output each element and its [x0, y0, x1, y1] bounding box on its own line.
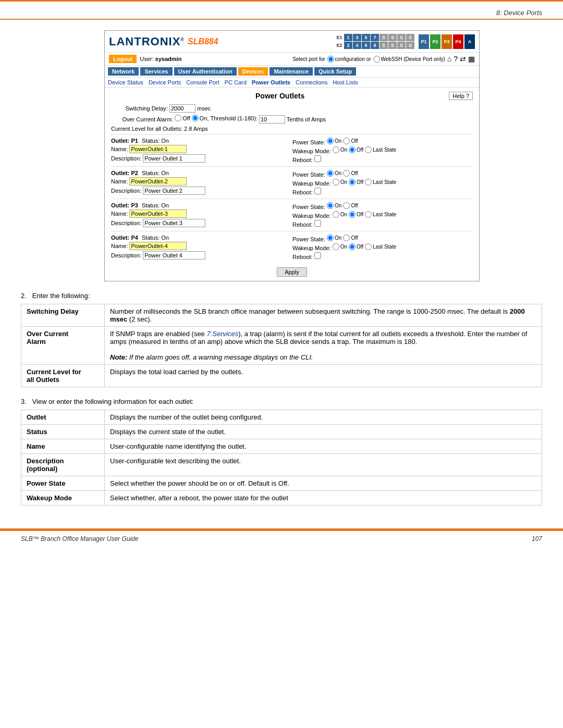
apply-button[interactable]: Apply	[277, 267, 307, 277]
outlet-p4-name-input[interactable]	[129, 242, 187, 250]
p3-wm-last-label[interactable]: Last State	[365, 211, 396, 218]
subnav-pc-card[interactable]: PC Card	[225, 79, 247, 85]
outlet-p1-desc-input[interactable]	[143, 154, 205, 163]
outlet-p2-name-input[interactable]	[129, 177, 187, 186]
nav-userauth[interactable]: User Authentication	[174, 67, 237, 76]
p2-wm-last-radio[interactable]	[365, 179, 372, 186]
table3-row-power: Power State Select whether the power sho…	[21, 476, 542, 491]
p2-wm-last-label[interactable]: Last State	[365, 179, 396, 186]
table2-field-oc: Over CurrentAlarm	[21, 327, 105, 365]
ui-navbar: Network Services User Authentication Dev…	[105, 66, 479, 78]
p2-ps-off-radio[interactable]	[343, 170, 350, 177]
p3-ps-on-radio[interactable]	[327, 202, 334, 209]
outlet-p1-status-label: Status:	[142, 138, 161, 144]
subnav-power-outlets[interactable]: Power Outlets	[252, 79, 290, 85]
p4-ps-off-radio[interactable]	[343, 235, 350, 241]
nav-devices[interactable]: Devices	[238, 67, 268, 76]
p1-wm-last-radio[interactable]	[365, 146, 372, 153]
oc-off-label[interactable]: Off	[175, 115, 190, 121]
outlet-p1-wakeup-label: Wakeup Mode:	[292, 148, 333, 154]
oc-on-label[interactable]: On, Threshold (1-180):	[192, 115, 258, 121]
p2-ps-off-label[interactable]: Off	[343, 170, 358, 177]
outlet-p1-reboot-checkbox[interactable]	[314, 155, 321, 162]
outlet-p3-desc-input[interactable]	[143, 219, 205, 227]
outlet-p1-section: Outlet: P1 Status: On Name: Description:	[111, 134, 473, 166]
outlet-p4-desc-input[interactable]	[143, 251, 205, 260]
outlet-p3-name-input[interactable]	[129, 209, 187, 218]
p4-wm-off-label[interactable]: Off	[349, 243, 363, 250]
p3-wm-off-label[interactable]: Off	[349, 211, 363, 218]
p1-ps-on-label[interactable]: On	[327, 138, 341, 144]
p3-ps-off-label[interactable]: Off	[343, 202, 358, 209]
oc-on-radio[interactable]	[192, 115, 199, 121]
switching-delay-input[interactable]	[169, 104, 195, 113]
subnav-device-status[interactable]: Device Status	[108, 79, 143, 85]
p2-wm-off-radio[interactable]	[349, 179, 356, 186]
user-section: Logout User: sysadmin	[109, 55, 181, 63]
table3-row-wakeup: Wakeup Mode Select whether, after a rebo…	[21, 491, 542, 505]
outlet-p4-wakeup-row: Wakeup Mode: On Off Last State	[292, 243, 473, 251]
config-radio[interactable]	[327, 56, 334, 63]
brand-logo: LANTRONIX®	[109, 35, 185, 48]
p1-wm-off-radio[interactable]	[349, 146, 356, 153]
outlet-p1-label: Outlet: P1	[111, 138, 138, 144]
p2-wm-on-radio[interactable]	[333, 179, 339, 186]
outlet-p3-desc-row: Description:	[111, 219, 291, 227]
p3-wm-on-label[interactable]: On	[333, 211, 347, 218]
p3-ps-on-label[interactable]: On	[327, 202, 341, 209]
table3-desc-desc: User-configurable text describing the ou…	[105, 454, 542, 476]
nav-quicksetup[interactable]: Quick Setup	[314, 67, 356, 76]
home-icon[interactable]: ⌂	[447, 55, 451, 63]
p4-wm-on-label[interactable]: On	[333, 243, 347, 250]
p3-wm-last-radio[interactable]	[365, 211, 372, 218]
p4-ps-on-label[interactable]: On	[327, 235, 341, 241]
oc-off-radio[interactable]	[175, 115, 181, 121]
webssh-radio[interactable]	[373, 56, 380, 63]
outlet-p2-reboot-checkbox[interactable]	[314, 188, 321, 194]
p4-ps-off-label[interactable]: Off	[343, 235, 358, 241]
p3-wm-off-radio[interactable]	[349, 211, 356, 218]
config-icon[interactable]: ⇄	[460, 55, 466, 63]
p1-ps-off-radio[interactable]	[343, 138, 350, 144]
nav-network[interactable]: Network	[108, 67, 139, 76]
p3-wm-on-radio[interactable]	[333, 211, 339, 218]
question-icon[interactable]: ?	[454, 55, 458, 63]
p2-wm-off-label[interactable]: Off	[349, 179, 363, 186]
nav-services[interactable]: Services	[140, 67, 172, 76]
p1-wm-last-label[interactable]: Last State	[365, 146, 396, 153]
outlet-p4-reboot-checkbox[interactable]	[314, 252, 321, 259]
p4-ps-on-radio[interactable]	[327, 235, 334, 241]
p2-ps-on-radio[interactable]	[327, 170, 334, 177]
subnav-console-port[interactable]: Console Port	[186, 79, 219, 85]
table3-field-wakeup: Wakeup Mode	[21, 491, 105, 505]
p2-ps-on-label[interactable]: On	[327, 170, 341, 177]
p2-wm-on-label[interactable]: On	[333, 179, 347, 186]
subnav-device-ports[interactable]: Device Ports	[149, 79, 181, 85]
port-grid: E1 1 3 5 7 S S S S E2 2 4 6	[335, 34, 414, 49]
outlet-p4-name-label: Name:	[111, 243, 129, 249]
outlet-p2-desc-input[interactable]	[143, 187, 205, 195]
p4-wm-last-label[interactable]: Last State	[365, 243, 396, 250]
config-radio-label[interactable]: configuration or	[327, 56, 371, 63]
subnav-connections[interactable]: Connections	[296, 79, 327, 85]
p1-wm-off-label[interactable]: Off	[349, 146, 363, 153]
p3-ps-off-radio[interactable]	[343, 202, 350, 209]
outlet-p3-reboot-checkbox[interactable]	[314, 220, 321, 227]
p4-wm-last-radio[interactable]	[365, 243, 372, 250]
p1-wm-on-radio[interactable]	[333, 146, 339, 153]
help-button[interactable]: Help ?	[449, 92, 473, 100]
p4-wm-off-radio[interactable]	[349, 243, 356, 250]
oc-threshold-input[interactable]	[259, 115, 285, 124]
nav-maintenance[interactable]: Maintenance	[270, 67, 313, 76]
grid-icon[interactable]: ▦	[468, 55, 475, 63]
p1-ps-off-label[interactable]: Off	[343, 138, 358, 144]
outlet-p1-name-input[interactable]	[129, 145, 187, 153]
p1-ps-on-radio[interactable]	[327, 138, 334, 144]
p4-wm-on-radio[interactable]	[333, 243, 339, 250]
webssh-radio-label[interactable]: WebSSH (Device Port only)	[373, 56, 445, 63]
subnav-host-lists[interactable]: Host Lists	[333, 79, 358, 85]
logout-button[interactable]: Logout	[109, 55, 137, 63]
port-1: 1	[344, 34, 352, 41]
outlet-p4-status: On	[161, 235, 169, 241]
p1-wm-on-label[interactable]: On	[333, 146, 347, 153]
